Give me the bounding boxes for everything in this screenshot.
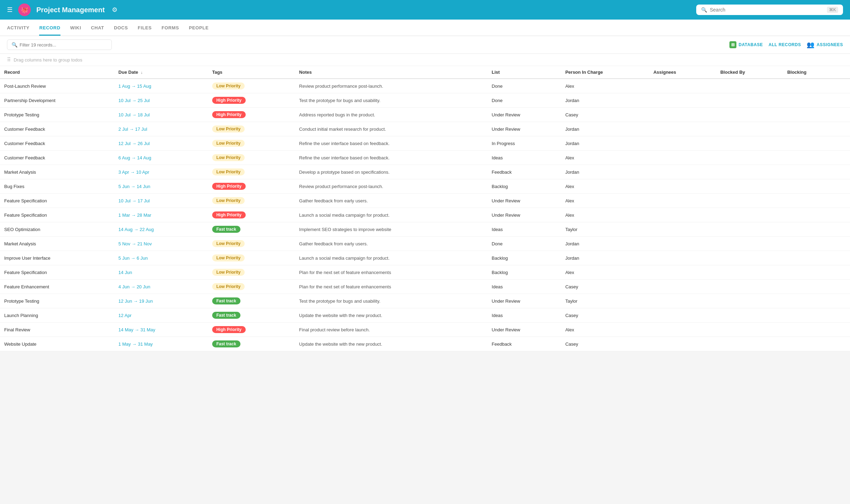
cell-record: SEO Optimization [0,222,114,237]
cell-blocking [783,194,850,208]
cell-blocking [783,237,850,251]
cell-duedate: 2 Jul → 17 Jul [114,122,208,136]
cell-person: Jordan [561,251,649,265]
cell-tags: Fast track [208,337,295,351]
cell-assignees [649,265,716,280]
cell-notes: Launch a social media campaign for produ… [295,208,488,222]
tag-badge: Fast track [212,340,240,347]
notes-text: Test the prototype for bugs and usabilit… [299,98,380,103]
notes-text: Update the website with the new product. [299,341,382,347]
search-input[interactable] [710,7,824,13]
tab-activity[interactable]: ACTIVITY [7,20,29,36]
assignees-button[interactable]: 👥 ASSIGNEES [807,41,843,49]
hamburger-icon[interactable]: ☰ [7,6,13,14]
cell-notes: Review product performance post-launch. [295,179,488,194]
table-row[interactable]: Market Analysis 3 Apr → 10 Apr Low Prior… [0,165,850,179]
cell-tags: Low Priority [208,237,295,251]
table-row[interactable]: Feature Enhancement 4 Jun → 20 Jun Low P… [0,280,850,294]
cell-blocking [783,93,850,108]
gear-icon[interactable]: ⚙ [112,6,117,14]
tab-people[interactable]: PEOPLE [189,20,209,36]
cell-blocked [716,237,783,251]
date-value: 14 Aug → 22 Aug [118,227,154,232]
cell-list: Feedback [488,165,561,179]
table-row[interactable]: Final Review 14 May → 31 May High Priori… [0,323,850,337]
table-row[interactable]: Market Analysis 5 Nov → 21 Nov Low Prior… [0,237,850,251]
cell-record: Customer Feedback [0,136,114,151]
notes-text: Review product performance post-launch. [299,84,383,89]
cell-person: Alex [561,179,649,194]
table-row[interactable]: Customer Feedback 6 Aug → 14 Aug Low Pri… [0,151,850,165]
all-records-button[interactable]: ALL RECORDS [769,42,801,47]
table-row[interactable]: Feature Specification 1 Mar → 28 Mar Hig… [0,208,850,222]
cell-blocked [716,179,783,194]
tag-badge: Fast track [212,312,240,319]
date-value: 3 Apr → 10 Apr [118,170,149,175]
table-row[interactable]: Bug Fixes 5 Jun → 14 Jun High Priority R… [0,179,850,194]
tag-badge: High Priority [212,97,246,104]
tab-files[interactable]: FILES [138,20,152,36]
cell-blocking [783,294,850,308]
cell-duedate: 14 Aug → 22 Aug [114,222,208,237]
table-row[interactable]: Partnership Development 10 Jul → 25 Jul … [0,93,850,108]
cell-record: Final Review [0,323,114,337]
cell-blocked [716,222,783,237]
database-button[interactable]: ⊞ DATABASE [729,41,763,48]
cell-tags: Fast track [208,294,295,308]
cell-blocked [716,280,783,294]
table-row[interactable]: Feature Specification 10 Jul → 17 Jul Lo… [0,194,850,208]
cell-duedate: 5 Nov → 21 Nov [114,237,208,251]
cell-blocking [783,337,850,351]
table-row[interactable]: Post-Launch Review 1 Aug → 15 Aug Low Pr… [0,79,850,93]
table-row[interactable]: Website Update 1 May → 31 May Fast track… [0,337,850,351]
col-header-record: Record [0,66,114,79]
cell-notes: Test the prototype for bugs and usabilit… [295,294,488,308]
cell-list: Done [488,79,561,93]
tab-wiki[interactable]: WIKI [70,20,81,36]
tab-record[interactable]: RECORD [39,20,60,36]
tag-badge: Low Priority [212,197,245,204]
cell-notes: Gather feedback from early users. [295,194,488,208]
cell-tags: Low Priority [208,251,295,265]
cell-assignees [649,294,716,308]
cell-tags: Low Priority [208,136,295,151]
table-row[interactable]: Customer Feedback 12 Jul → 26 Jul Low Pr… [0,136,850,151]
cell-duedate: 1 Mar → 28 Mar [114,208,208,222]
tag-badge: Low Priority [212,240,245,247]
cell-blocking [783,79,850,93]
tab-chat[interactable]: CHAT [91,20,104,36]
date-value: 12 Apr [118,313,132,318]
date-value: 12 Jul → 26 Jul [118,141,150,146]
cell-blocking [783,122,850,136]
cell-record: Feature Specification [0,265,114,280]
tab-forms[interactable]: FORMS [161,20,179,36]
tag-badge: Low Priority [212,125,245,132]
filter-search-icon: 🔍 [12,42,17,48]
date-value: 14 Jun [118,270,132,275]
table-row[interactable]: Customer Feedback 2 Jul → 17 Jul Low Pri… [0,122,850,136]
cell-tags: Low Priority [208,194,295,208]
cell-record: Partnership Development [0,93,114,108]
cell-record: Customer Feedback [0,122,114,136]
tab-docs[interactable]: DOCS [114,20,128,36]
table-row[interactable]: Improve User Interface 5 Jun → 6 Jun Low… [0,251,850,265]
filter-input[interactable] [20,42,107,48]
notes-text: Test the prototype for bugs and usabilit… [299,298,380,304]
cell-duedate: 14 May → 31 May [114,323,208,337]
cell-list: Feedback [488,337,561,351]
date-value: 6 Aug → 14 Aug [118,155,151,160]
cell-list: Backlog [488,179,561,194]
table-row[interactable]: Launch Planning 12 Apr Fast track Update… [0,308,850,323]
col-header-duedate[interactable]: Due Date ↓ [114,66,208,79]
cell-person: Casey [561,308,649,323]
table-row[interactable]: Feature Specification 14 Jun Low Priorit… [0,265,850,280]
cell-assignees [649,79,716,93]
table-row[interactable]: Prototype Testing 10 Jul → 18 Jul High P… [0,108,850,122]
table-row[interactable]: Prototype Testing 12 Jun → 19 Jun Fast t… [0,294,850,308]
cell-record: Prototype Testing [0,108,114,122]
tag-badge: Low Priority [212,254,245,261]
table-header-row: Record Due Date ↓ Tags Notes List Person… [0,66,850,79]
notes-text: Plan for the next set of feature enhance… [299,284,391,289]
table-row[interactable]: SEO Optimization 14 Aug → 22 Aug Fast tr… [0,222,850,237]
cell-list: Backlog [488,251,561,265]
